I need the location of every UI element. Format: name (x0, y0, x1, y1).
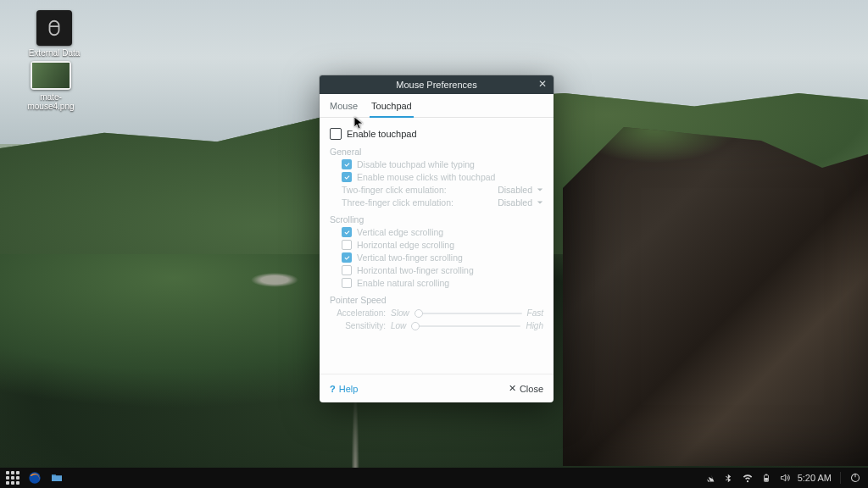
enable-clicks-checkbox[interactable] (342, 172, 352, 182)
folder-icon (50, 471, 64, 485)
enable-touchpad-label: Enable touchpad (347, 129, 417, 139)
scroll-v2f-checkbox[interactable] (342, 252, 352, 263)
svg-rect-3 (765, 478, 768, 481)
close-icon: ✕ (509, 383, 516, 394)
acceleration-row: Acceleration: Slow Fast (335, 308, 543, 318)
firefox-icon (28, 471, 42, 485)
window-footer: ? Help ✕ Close (320, 374, 554, 402)
section-general: General (330, 147, 543, 157)
scroll-hedge-label: Horizontal edge scrolling (357, 240, 454, 250)
mouse-preferences-window: Mouse Preferences ✕ Mouse Touchpad Enabl… (320, 75, 554, 402)
three-finger-label: Three-finger click emulation: (342, 197, 453, 208)
taskbar-clock[interactable]: 5:20 AM (798, 473, 832, 483)
tab-bar: Mouse Touchpad (320, 94, 554, 118)
svg-rect-5 (854, 474, 855, 478)
scroll-vedge-label: Vertical edge scrolling (357, 227, 443, 237)
bluetooth-icon[interactable] (723, 472, 735, 484)
close-button[interactable]: ✕ Close (509, 383, 543, 394)
scroll-v2f-label: Vertical two-finger scrolling (357, 252, 463, 263)
files-button[interactable] (47, 469, 66, 486)
disable-while-typing-label: Disable touchpad while typing (357, 159, 475, 169)
sensitivity-slider[interactable] (411, 322, 520, 330)
acceleration-label: Acceleration: (335, 308, 386, 318)
desktop-icon-label: External Data (24, 48, 85, 58)
desktop: External Data mate-mouse4.png Mouse Pref… (0, 0, 868, 468)
taskbar-right: 5:20 AM (704, 472, 868, 484)
three-finger-select[interactable]: Disabled (498, 197, 543, 208)
scroll-hedge-checkbox[interactable] (342, 240, 352, 250)
scroll-vedge-row: Vertical edge scrolling (342, 227, 543, 237)
scroll-h2f-row: Horizontal two-finger scrolling (342, 265, 543, 275)
scroll-vedge-checkbox[interactable] (342, 227, 352, 237)
enable-clicks-label: Enable mouse clicks with touchpad (357, 172, 495, 182)
three-finger-row: Three-finger click emulation: Disabled (342, 197, 543, 208)
desktop-icon-label: mate-mouse4.png (20, 92, 81, 111)
chevron-down-icon (537, 199, 543, 206)
acceleration-max: Fast (527, 308, 543, 318)
taskbar: 5:20 AM (0, 468, 868, 488)
disk-icon (36, 10, 72, 46)
image-thumb-icon (31, 61, 71, 90)
enable-touchpad-checkbox[interactable] (330, 128, 342, 140)
tab-content: Enable touchpad General Disable touchpad… (320, 118, 554, 374)
scroll-hedge-row: Horizontal edge scrolling (342, 240, 543, 250)
desktop-icon-mate-mouse-png[interactable]: mate-mouse4.png (20, 61, 81, 111)
app-launcher-button[interactable] (3, 469, 22, 486)
power-icon[interactable] (849, 472, 861, 484)
tab-touchpad[interactable]: Touchpad (370, 98, 414, 118)
help-button[interactable]: ? Help (330, 384, 358, 394)
two-finger-select[interactable]: Disabled (498, 185, 543, 195)
help-icon: ? (330, 384, 336, 394)
scroll-v2f-row: Vertical two-finger scrolling (342, 252, 543, 263)
wifi-icon[interactable] (742, 472, 754, 484)
acceleration-slider[interactable] (415, 309, 522, 318)
section-pointer-speed: Pointer Speed (330, 295, 543, 305)
chevron-down-icon (537, 186, 543, 193)
sensitivity-row: Sensitivity: Low High (335, 321, 543, 330)
firefox-button[interactable] (25, 469, 44, 486)
network-icon[interactable] (704, 472, 716, 484)
window-title: Mouse Preferences (396, 80, 476, 90)
two-finger-label: Two-finger click emulation: (342, 185, 447, 195)
window-close-button[interactable]: ✕ (537, 78, 548, 90)
enable-clicks-row: Enable mouse clicks with touchpad (342, 172, 543, 182)
scroll-natural-checkbox[interactable] (342, 278, 352, 288)
two-finger-row: Two-finger click emulation: Disabled (342, 185, 543, 195)
desktop-icon-external-data[interactable]: External Data (24, 10, 85, 58)
volume-icon[interactable] (779, 472, 791, 484)
window-titlebar[interactable]: Mouse Preferences ✕ (320, 75, 554, 94)
disable-while-typing-row: Disable touchpad while typing (342, 159, 543, 169)
battery-icon[interactable] (760, 472, 772, 484)
tab-mouse[interactable]: Mouse (328, 98, 359, 117)
svg-rect-2 (765, 474, 767, 475)
sensitivity-label: Sensitivity: (335, 321, 386, 330)
taskbar-separator (840, 472, 841, 484)
scroll-h2f-checkbox[interactable] (342, 265, 352, 275)
acceleration-min: Slow (391, 308, 409, 318)
disable-while-typing-checkbox[interactable] (342, 159, 352, 169)
sensitivity-min: Low (391, 321, 406, 330)
enable-touchpad-row: Enable touchpad (330, 128, 543, 140)
wallpaper-cliff (563, 127, 868, 466)
scroll-h2f-label: Horizontal two-finger scrolling (357, 265, 474, 275)
scroll-natural-row: Enable natural scrolling (342, 278, 543, 288)
apps-grid-icon (4, 469, 21, 486)
sensitivity-max: High (526, 321, 543, 330)
taskbar-left (0, 469, 66, 486)
scroll-natural-label: Enable natural scrolling (357, 278, 449, 288)
section-scrolling: Scrolling (330, 214, 543, 225)
